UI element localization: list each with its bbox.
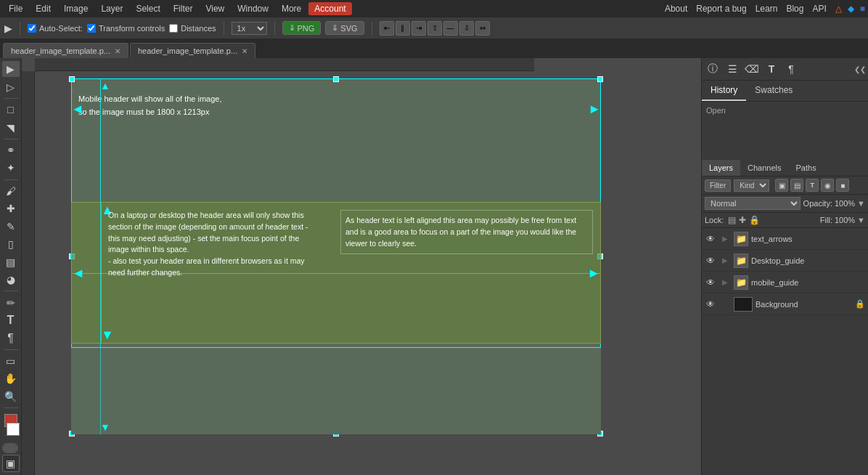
blend-mode-select[interactable]: Normal Multiply Screen xyxy=(705,197,801,210)
eyedropper-tool[interactable]: 🖌 xyxy=(2,183,20,199)
layer-expand-text-arrows[interactable]: ▶ xyxy=(719,233,731,245)
menu-account[interactable]: Account xyxy=(308,2,351,15)
hand-tool[interactable]: ✋ xyxy=(2,370,20,386)
align-right-button[interactable]: ⇥ xyxy=(412,21,426,36)
auto-select-checkbox[interactable] xyxy=(28,24,36,33)
para-icon[interactable]: ¶ xyxy=(782,60,800,78)
channels-tab[interactable]: Channels xyxy=(740,160,788,176)
settings-icon[interactable]: ☰ xyxy=(724,60,741,78)
fill-arrow[interactable]: ▼ xyxy=(857,216,865,224)
layer-item-mobile-guide[interactable]: 👁 ▶ 📁 mobile_guide xyxy=(702,272,868,293)
zoom-select[interactable]: 1x2x0.5x xyxy=(232,22,267,35)
info-icon[interactable]: ⓘ xyxy=(704,60,721,78)
kind-select[interactable]: Kind xyxy=(734,179,769,192)
pen-tool[interactable]: ✏ xyxy=(2,294,20,310)
about-link[interactable]: About xyxy=(665,4,687,14)
menu-window[interactable]: Window xyxy=(232,2,274,15)
tab-2[interactable]: header_image_template.p... ✕ xyxy=(130,43,255,58)
filter-button[interactable]: Filter xyxy=(705,179,731,192)
align-center-h-button[interactable]: ∥ xyxy=(396,21,410,36)
layer-lock-background[interactable]: 🔒 xyxy=(855,299,865,309)
align-center-v-button[interactable]: — xyxy=(443,21,458,36)
picker-icon[interactable]: ⌫ xyxy=(743,60,761,78)
screen-mode-btn[interactable]: ▣ xyxy=(2,455,20,472)
align-left-button[interactable]: ⇤ xyxy=(380,21,394,36)
filter-smart-icon[interactable]: ■ xyxy=(836,179,849,192)
quick-mask-btn[interactable] xyxy=(2,443,18,453)
fill-value[interactable]: 100% xyxy=(835,216,855,224)
layer-visibility-desktop-guide[interactable]: 👁 xyxy=(705,255,716,267)
type-tool[interactable]: T xyxy=(2,312,20,328)
opacity-value[interactable]: 100% xyxy=(835,199,855,208)
tab-1-close[interactable]: ✕ xyxy=(115,47,120,55)
twitter-icon[interactable]: ◆ xyxy=(848,4,854,14)
learn-link[interactable]: Learn xyxy=(756,4,778,14)
background-color[interactable] xyxy=(7,423,20,436)
menu-layer[interactable]: Layer xyxy=(95,2,128,15)
menu-more[interactable]: More xyxy=(276,2,307,15)
filter-pixel-icon[interactable]: ▣ xyxy=(775,179,788,192)
history-tab[interactable]: History xyxy=(702,81,746,101)
type-icon[interactable]: T xyxy=(763,60,780,78)
collapse-icon[interactable]: ❮❮ xyxy=(854,65,866,73)
menu-view[interactable]: View xyxy=(200,2,230,15)
layer-visibility-background[interactable]: 👁 xyxy=(705,299,716,310)
lock-all-icon[interactable]: 🔒 xyxy=(749,215,760,225)
align-bottom-button[interactable]: ⇩ xyxy=(459,21,474,36)
opacity-arrow[interactable]: ▼ xyxy=(857,199,865,208)
filter-icons: ▣ ▤ T ◉ ■ xyxy=(775,179,849,192)
canvas-area[interactable]: Mobile header will show all of the image… xyxy=(22,58,701,475)
api-link[interactable]: API xyxy=(812,4,826,14)
layer-expand-desktop-guide[interactable]: ▶ xyxy=(719,255,731,267)
export-png-button[interactable]: ⇓ PNG xyxy=(282,21,322,35)
layers-tab[interactable]: Layers xyxy=(702,160,740,176)
filter-type-icon[interactable]: T xyxy=(806,179,819,192)
facebook-icon[interactable]: ■ xyxy=(860,4,865,14)
history-open-item[interactable]: Open xyxy=(706,106,726,115)
menu-file[interactable]: File xyxy=(3,2,28,15)
menu-image[interactable]: Image xyxy=(58,2,94,15)
lock-pixels-icon[interactable]: ▤ xyxy=(728,215,736,225)
transform-controls-checkbox[interactable] xyxy=(87,24,96,33)
align-top-button[interactable]: ⇧ xyxy=(427,21,442,36)
lasso-tool[interactable]: ⚭ xyxy=(2,142,20,158)
layer-expand-mobile-guide[interactable]: ▶ xyxy=(719,277,731,288)
brush-tool[interactable]: ✎ xyxy=(2,219,20,235)
blur-tool[interactable]: ◕ xyxy=(2,272,20,288)
distribute-button[interactable]: ⇔ xyxy=(475,21,490,36)
zoom-tool[interactable]: 🔍 xyxy=(2,389,20,405)
reddit-icon[interactable]: △ xyxy=(835,4,842,14)
crop-tool[interactable]: □ xyxy=(2,102,20,118)
layer-visibility-text-arrows[interactable]: 👁 xyxy=(705,233,716,245)
layer-item-desktop-guide[interactable]: 👁 ▶ 📁 Desktop_guide xyxy=(702,250,868,272)
heal-tool[interactable]: ✚ xyxy=(2,200,20,216)
swatches-tab[interactable]: Swatches xyxy=(746,81,801,101)
tab-1[interactable]: header_image_template.p... ✕ xyxy=(3,43,128,58)
layer-item-background[interactable]: 👁 Background 🔒 xyxy=(702,293,868,315)
direct-select-tool[interactable]: ▷ xyxy=(2,78,20,94)
toolbar-sep-1 xyxy=(20,22,20,35)
filter-shape-icon[interactable]: ◉ xyxy=(821,179,834,192)
export-svg-button[interactable]: ⇓ SVG xyxy=(325,21,364,35)
tool-sep-5 xyxy=(4,349,18,350)
tab-2-close[interactable]: ✕ xyxy=(242,47,247,55)
magic-wand-tool[interactable]: ✦ xyxy=(2,160,20,176)
eraser-tool[interactable]: ▯ xyxy=(2,236,20,252)
menu-select[interactable]: Select xyxy=(130,2,165,15)
menu-filter[interactable]: Filter xyxy=(168,2,199,15)
menu-edit[interactable]: Edit xyxy=(30,2,57,15)
gradient-tool[interactable]: ▤ xyxy=(2,254,20,270)
paths-tab[interactable]: Paths xyxy=(789,160,824,176)
lock-position-icon[interactable]: ✚ xyxy=(739,215,746,225)
filter-adjust-icon[interactable]: ▤ xyxy=(790,179,803,192)
select-tool[interactable]: ▶ xyxy=(2,61,20,77)
layer-visibility-mobile-guide[interactable]: 👁 xyxy=(705,277,716,288)
report-bug-link[interactable]: Report a bug xyxy=(696,4,746,14)
distances-checkbox[interactable] xyxy=(169,24,178,33)
blog-link[interactable]: Blog xyxy=(786,4,803,14)
paragraph-tool[interactable]: ¶ xyxy=(2,330,20,346)
slice-tool[interactable]: ◥ xyxy=(2,119,20,135)
shape-tool[interactable]: ▭ xyxy=(2,353,20,369)
select-tool-icon[interactable]: ▶ xyxy=(4,23,12,34)
layer-item-text-arrows[interactable]: 👁 ▶ 📁 text_arrows xyxy=(702,228,868,250)
